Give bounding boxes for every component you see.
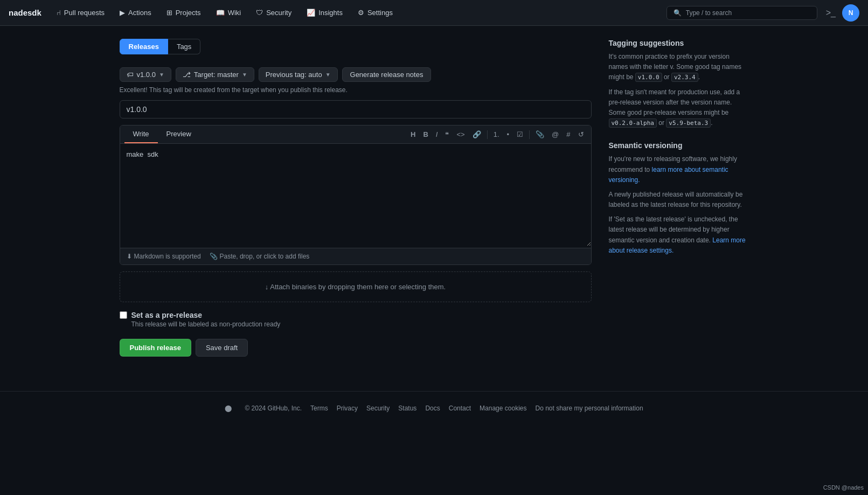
chevron-down-icon-3: ▼ [325, 72, 331, 78]
corner-label: CSDN @nades [823, 484, 864, 491]
tag-dropdown[interactable]: 🏷 v1.0.0 ▼ [120, 67, 171, 82]
toolbar-link[interactable]: 🔗 [470, 129, 484, 140]
toolbar-code[interactable]: <> [454, 129, 467, 140]
editor-textarea[interactable]: make sdk [120, 144, 591, 246]
releases-tabs: Releases Tags [120, 39, 592, 54]
footer-status[interactable]: Status [398, 405, 416, 412]
editor-toolbar: H B I ❝ <> 🔗 1. • ☑ 📎 @ # ↺ [408, 127, 586, 142]
semver-text-3: If 'Set as the latest release' is unchec… [609, 214, 749, 256]
nav-security[interactable]: 🛡 Security [249, 5, 298, 20]
pr-icon: ⑁ [57, 9, 61, 17]
toolbar-reference[interactable]: # [564, 129, 573, 140]
footer-privacy[interactable]: Privacy [337, 405, 358, 412]
tab-releases[interactable]: Releases [120, 39, 168, 54]
chevron-down-icon: ▼ [159, 72, 164, 78]
previous-tag-dropdown[interactable]: Previous tag: auto ▼ [259, 67, 338, 82]
release-title-input[interactable] [120, 100, 592, 118]
settings-icon: ⚙ [358, 9, 364, 17]
release-form: Releases Tags 🏷 v1.0.0 ▼ ⎇ Target: maste… [120, 39, 592, 357]
toolbar-attach[interactable]: 📎 [533, 129, 547, 140]
repo-name[interactable]: nadesdk [9, 8, 41, 17]
tagging-suggestions-section: Tagging suggestions It's common practice… [609, 39, 749, 128]
nav-settings[interactable]: ⚙ Settings [351, 5, 399, 20]
attach-binaries-label: ↓ Attach binaries by dropping them here … [265, 283, 446, 291]
nav-actions[interactable]: ▶ Actions [113, 5, 158, 20]
release-sidebar: Tagging suggestions It's common practice… [609, 39, 749, 357]
action-row: Publish release Save draft [120, 339, 592, 357]
editor-container: Write Preview H B I ❝ <> 🔗 1. • ☑ 📎 @ [120, 125, 592, 265]
nav-pull-requests[interactable]: ⑁ Pull requests [50, 5, 111, 20]
semver-link-1[interactable]: learn more about semantic versioning. [609, 166, 728, 184]
save-draft-button[interactable]: Save draft [196, 339, 248, 357]
footer-docs[interactable]: Docs [425, 405, 440, 412]
editor-tab-write[interactable]: Write [124, 126, 158, 143]
prerelease-section: Set as a pre-release This release will b… [120, 311, 592, 328]
tab-tags[interactable]: Tags [168, 39, 200, 54]
paperclip-icon: 📎 [210, 253, 218, 260]
security-icon: 🛡 [256, 9, 263, 17]
attach-hint[interactable]: 📎 Paste, drop, or click to add files [210, 253, 310, 260]
prerelease-hint: This release will be labeled as non-prod… [131, 320, 592, 328]
branch-icon: ⎇ [183, 71, 191, 79]
semver-text-2: A newly published release will automatic… [609, 190, 749, 210]
toolbar-mention[interactable]: @ [549, 129, 561, 140]
toolbar-bold[interactable]: B [420, 129, 430, 140]
footer-links: ⬤ © 2024 GitHub, Inc. Terms Privacy Secu… [9, 405, 859, 412]
tagging-suggestions-title: Tagging suggestions [609, 39, 749, 47]
footer-security[interactable]: Security [366, 405, 390, 412]
tag-hint: Excellent! This tag will be created from… [120, 86, 592, 94]
editor-tab-group: Write Preview [124, 126, 200, 143]
nav-projects[interactable]: ⊞ Projects [160, 5, 207, 20]
toolbar-tasklist[interactable]: ☑ [514, 129, 526, 140]
toolbar-ordered-list[interactable]: 1. [491, 129, 502, 140]
chevron-down-icon-2: ▼ [242, 72, 247, 78]
semver-link-2[interactable]: Learn more about release settings. [609, 236, 746, 254]
footer-do-not-share[interactable]: Do not share my personal information [535, 405, 643, 412]
semantic-versioning-section: Semantic versioning If you're new to rel… [609, 141, 749, 256]
search-bar[interactable]: 🔍 Type / to search [666, 6, 817, 20]
publish-release-button[interactable]: Publish release [120, 339, 191, 357]
tag-icon: 🏷 [127, 71, 134, 79]
toolbar-quote[interactable]: ❝ [442, 129, 452, 140]
prerelease-checkbox-label[interactable]: Set as a pre-release [120, 311, 592, 319]
markdown-hint: ⬇ Markdown is supported [127, 253, 201, 260]
semantic-versioning-title: Semantic versioning [609, 141, 749, 150]
tagging-text-1: It's common practice to prefix your vers… [609, 52, 749, 83]
topbar: nadesdk ⑁ Pull requests ▶ Actions ⊞ Proj… [0, 0, 868, 26]
nav-insights[interactable]: 📈 Insights [300, 5, 349, 20]
footer: ⬤ © 2024 GitHub, Inc. Terms Privacy Secu… [0, 391, 868, 425]
search-icon: 🔍 [673, 9, 682, 17]
topbar-nav: ⑁ Pull requests ▶ Actions ⊞ Projects 📖 W… [50, 5, 658, 20]
footer-contact[interactable]: Contact [449, 405, 471, 412]
toolbar-separator-1 [487, 130, 488, 139]
attach-binaries-area[interactable]: ↓ Attach binaries by dropping them here … [120, 271, 592, 302]
toolbar-unordered-list[interactable]: • [504, 129, 512, 140]
markdown-icon: ⬇ [127, 253, 132, 260]
actions-icon: ▶ [120, 9, 125, 17]
tagging-text-2: If the tag isn't meant for production us… [609, 87, 749, 129]
terminal-icon[interactable]: >_ [826, 8, 836, 18]
toolbar-italic[interactable]: I [433, 129, 441, 140]
toolbar-heading[interactable]: H [408, 129, 418, 140]
footer-copyright: © 2024 GitHub, Inc. [245, 405, 302, 412]
nav-wiki[interactable]: 📖 Wiki [210, 5, 248, 20]
generate-notes-button[interactable]: Generate release notes [342, 67, 432, 82]
editor-tab-preview[interactable]: Preview [158, 126, 200, 143]
github-logo: ⬤ [225, 405, 232, 412]
tag-row: 🏷 v1.0.0 ▼ ⎇ Target: master ▼ Previous t… [120, 67, 592, 82]
editor-tabs-bar: Write Preview H B I ❝ <> 🔗 1. • ☑ 📎 @ [120, 126, 591, 144]
projects-icon: ⊞ [166, 9, 172, 17]
avatar[interactable]: N [842, 4, 859, 22]
target-dropdown[interactable]: ⎇ Target: master ▼ [176, 67, 254, 82]
topbar-right: >_ N [826, 4, 859, 22]
footer-manage-cookies[interactable]: Manage cookies [480, 405, 526, 412]
toolbar-separator-2 [529, 130, 530, 139]
semver-text-1: If you're new to releasing software, we … [609, 154, 749, 185]
editor-footer: ⬇ Markdown is supported 📎 Paste, drop, o… [120, 248, 591, 264]
main-content: Releases Tags 🏷 v1.0.0 ▼ ⎇ Target: maste… [111, 26, 758, 369]
toolbar-undo[interactable]: ↺ [575, 129, 587, 140]
insights-icon: 📈 [307, 9, 315, 17]
footer-terms[interactable]: Terms [310, 405, 328, 412]
wiki-icon: 📖 [216, 9, 225, 17]
prerelease-checkbox[interactable] [120, 311, 127, 319]
